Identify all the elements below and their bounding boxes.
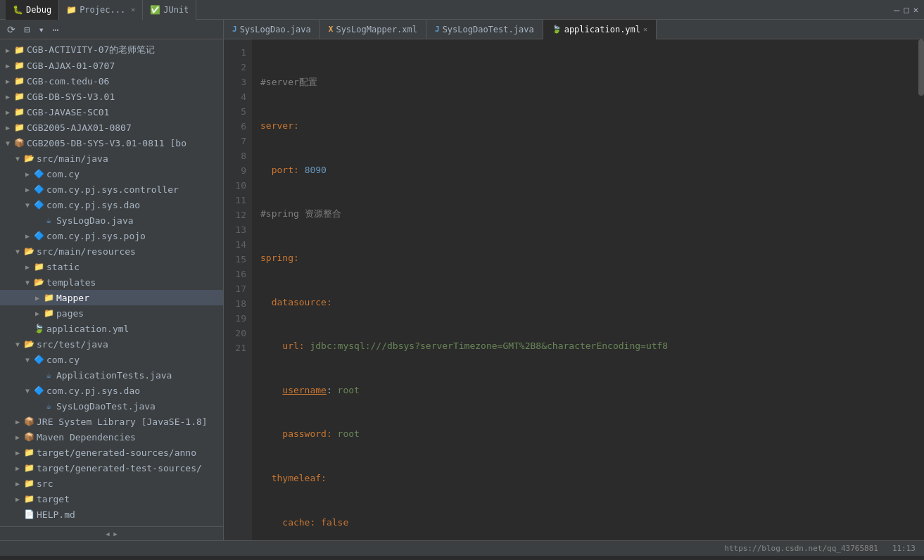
arrow-controller: ▶ <box>23 186 32 193</box>
arrow-templates: ▼ <box>23 279 32 286</box>
tree-item-pages[interactable]: ▶ 📁 pages <box>0 305 223 321</box>
code-line-7: url: jdbc:mysql:///dbsys?serverTimezone=… <box>260 338 916 353</box>
close-application-tab-icon[interactable]: ✕ <box>643 25 647 33</box>
java-test-apptests-icon: ☕ <box>42 370 55 380</box>
folder-target-gen-icon: 📁 <box>23 447 35 457</box>
folder-cgb-activity-icon: 📁 <box>13 45 25 55</box>
tree-item-apptests[interactable]: ☕ ApplicationTests.java <box>0 367 223 383</box>
editor-tabs: J SysLogDao.java X SysLogMapper.xml J Sy… <box>224 20 924 39</box>
code-line-2: server: <box>260 118 916 133</box>
folder-target-gen-test-icon: 📁 <box>23 463 35 473</box>
debug-icon: 🐛 <box>13 5 23 15</box>
tree-item-cgb-db-v3[interactable]: ▶ 📁 CGB-DB-SYS-V3.01 <box>0 89 223 104</box>
tree-item-cgb2005-ajax[interactable]: ▶ 📁 CGB2005-AJAX01-0807 <box>0 120 223 135</box>
md-help-icon: 📄 <box>23 509 35 519</box>
tree-item-cgb-javase[interactable]: ▶ 📁 CGB-JAVASE-SC01 <box>0 104 223 120</box>
folder-cgb-tedu-icon: 📁 <box>13 76 25 86</box>
editor-tab-application[interactable]: 🍃 application.yml ✕ <box>543 20 657 39</box>
tree-item-target-gen-test[interactable]: ▶ 📁 target/generated-test-sources/ <box>0 460 223 476</box>
tree-item-src-test-java[interactable]: ▼ 📂 src/test/java <box>0 336 223 352</box>
code-line-3: port: 8090 <box>260 163 916 177</box>
arrow-src-main-java: ▼ <box>13 155 23 163</box>
tree-item-dao[interactable]: ▼ 🔷 com.cy.pj.sys.dao <box>0 197 223 212</box>
tree-item-static[interactable]: ▶ 📁 static <box>0 259 223 274</box>
collapse-icon[interactable]: ⊟ <box>21 23 32 37</box>
arrow-cgb-db-v3: ▶ <box>3 93 13 101</box>
editor-tab-syslogdao[interactable]: J SysLogDao.java <box>224 20 320 39</box>
package-controller-icon: 🔷 <box>32 184 45 194</box>
editor-tab-syslogmapper[interactable]: X SysLogMapper.xml <box>320 20 426 39</box>
folder-test-icon: 📂 <box>23 339 35 349</box>
tree-item-dao-test[interactable]: ▼ 🔷 com.cy.pj.sys.dao <box>0 383 223 398</box>
tree-item-cgb2005-db[interactable]: ▼ 📦 CGB2005-DB-SYS-V3.01-0811 [bo <box>0 135 223 151</box>
maximize-button[interactable]: □ <box>904 5 909 15</box>
tree-item-syslogdaotest[interactable]: ☕ SysLogDaoTest.java <box>0 398 223 414</box>
sidebar: ⟳ ⊟ ▾ ⋯ ▶ 📁 CGB-ACTIVITY-07的老师笔记 ▶ 📁 CGB… <box>0 20 224 540</box>
junit-icon: ✅ <box>150 5 160 15</box>
tree-item-mapper[interactable]: ▶ 📁 Mapper <box>0 290 223 305</box>
arrow-com-cy-test: ▼ <box>23 356 32 364</box>
minimize-button[interactable]: — <box>894 4 899 15</box>
arrow-cgb-ajax: ▶ <box>3 62 13 70</box>
package-dao-test-icon: 🔷 <box>32 386 45 395</box>
tree-item-jre[interactable]: ▶ 📦 JRE System Library [JavaSE-1.8] <box>0 414 223 429</box>
tree-item-app-yml[interactable]: 🍃 application.yml <box>0 321 223 336</box>
folder-cgb-db-v3-icon: 📁 <box>13 91 25 101</box>
tab-junit[interactable]: ✅ JUnit <box>143 0 196 20</box>
folder-mapper-icon: 📁 <box>42 293 55 303</box>
status-bar: https://blog.csdn.net/qq_43765881 11:13 <box>0 540 924 556</box>
tree-item-cgb-ajax[interactable]: ▶ 📁 CGB-AJAX-01-0707 <box>0 58 223 73</box>
tree-item-cgb-tedu[interactable]: ▶ 📁 CGB-com.tedu-06 <box>0 73 223 89</box>
editor-area: J SysLogDao.java X SysLogMapper.xml J Sy… <box>224 20 924 540</box>
editor-tab-syslogdaotest[interactable]: J SysLogDaoTest.java <box>426 20 543 39</box>
close-window-button[interactable]: ✕ <box>913 5 918 15</box>
arrow-static: ▶ <box>23 263 32 271</box>
tree-item-controller[interactable]: ▶ 🔷 com.cy.pj.sys.controller <box>0 182 223 197</box>
code-line-10: thymeleaf: <box>260 471 916 485</box>
code-editor[interactable]: 12345 678910 1112131415 1617181920 21 #s… <box>224 39 924 540</box>
tree-item-syslogdao[interactable]: ☕ SysLogDao.java <box>0 212 223 228</box>
tree-item-templates[interactable]: ▼ 📂 templates <box>0 274 223 290</box>
tree-item-pojo[interactable]: ▶ 🔷 com.cy.pj.sys.pojo <box>0 228 223 243</box>
tree-item-help-md[interactable]: 📄 HELP.md <box>0 507 223 522</box>
code-line-6: datasource: <box>260 295 916 310</box>
settings-icon[interactable]: ⋯ <box>50 23 61 37</box>
folder-src-icon: 📁 <box>23 478 35 488</box>
sync-icon[interactable]: ⟳ <box>4 23 18 37</box>
folder-cgb-javase-icon: 📁 <box>13 107 25 117</box>
tree-item-com-cy-test[interactable]: ▼ 🔷 com.cy <box>0 352 223 367</box>
tree-item-src-main-java[interactable]: ▼ 📂 src/main/java <box>0 151 223 166</box>
title-bar: 🐛 Debug 📁 Projec... ✕ ✅ JUnit — □ ✕ <box>0 0 924 20</box>
yml-app-icon: 🍃 <box>32 324 45 333</box>
tree-item-target[interactable]: ▶ 📁 target <box>0 491 223 507</box>
status-url: https://blog.csdn.net/qq_43765881 <box>724 544 878 553</box>
arrow-com-cy: ▶ <box>23 170 32 178</box>
code-line-4: #spring 资源整合 <box>260 206 916 221</box>
project-icon: 📁 <box>66 5 77 15</box>
tree-item-maven[interactable]: ▶ 📦 Maven Dependencies <box>0 429 223 445</box>
tab-debug[interactable]: 🐛 Debug <box>6 0 59 20</box>
tree-item-com-cy[interactable]: ▶ 🔷 com.cy <box>0 166 223 182</box>
arrow-jre: ▶ <box>13 418 23 426</box>
arrow-dao: ▼ <box>23 201 32 209</box>
package-pojo-icon: 🔷 <box>32 231 45 241</box>
package-com-cy-icon: 🔷 <box>32 169 45 179</box>
status-time: 11:13 <box>892 544 916 553</box>
folder-cgb2005-ajax-icon: 📁 <box>13 122 25 132</box>
folder-target-icon: 📁 <box>23 494 35 504</box>
arrow-target-gen-test: ▶ <box>13 464 23 472</box>
main-layout: ⟳ ⊟ ▾ ⋯ ▶ 📁 CGB-ACTIVITY-07的老师笔记 ▶ 📁 CGB… <box>0 20 924 540</box>
filter-icon[interactable]: ▾ <box>35 23 46 37</box>
tree-item-src-main-resources[interactable]: ▼ 📂 src/main/resources <box>0 243 223 259</box>
folder-templates-icon: 📂 <box>32 277 45 287</box>
folder-resources-icon: 📂 <box>23 246 35 256</box>
tree-item-target-gen[interactable]: ▶ 📁 target/generated-sources/anno <box>0 445 223 460</box>
arrow-dao-test: ▼ <box>23 387 32 395</box>
tab-project[interactable]: 📁 Projec... ✕ <box>59 0 143 20</box>
close-project-icon[interactable]: ✕ <box>131 6 135 13</box>
tree-item-cgb-activity[interactable]: ▶ 📁 CGB-ACTIVITY-07的老师笔记 <box>0 42 223 58</box>
xml-tab-icon: X <box>329 25 334 34</box>
tree-item-src[interactable]: ▶ 📁 src <box>0 476 223 491</box>
java-tab-icon-1: J <box>232 25 237 34</box>
code-line-9: password: root <box>260 426 916 441</box>
